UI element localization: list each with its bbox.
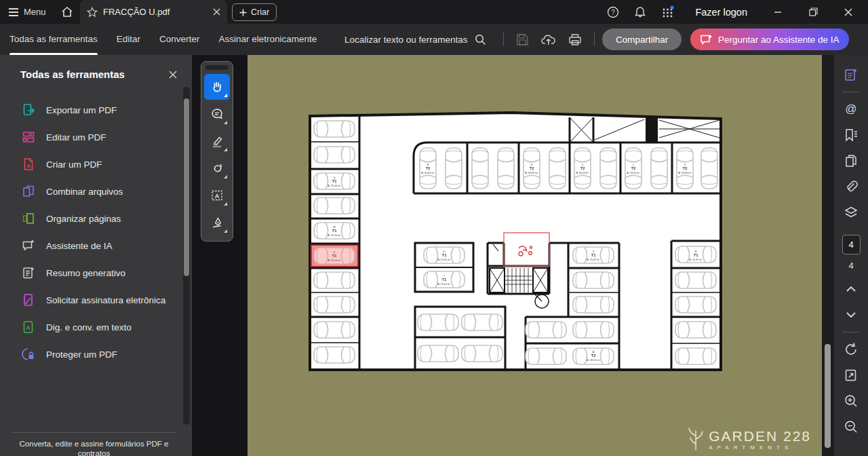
sidebar-item-export-pdf[interactable]: Exportar um PDF (0, 96, 192, 124)
floor-plan-page: ET2A: 30,44 m²KT2A: 30,85 m²CT2A: 30,24 … (309, 111, 724, 371)
close-button[interactable] (838, 8, 859, 16)
document-scrollbar[interactable] (822, 55, 834, 456)
rail-attachments-button[interactable] (840, 175, 863, 198)
sidebar-item-organize-pages[interactable]: Organizar páginas (0, 205, 192, 232)
ai-summary-icon (844, 67, 859, 82)
ramp-wall (646, 117, 658, 142)
panel-title: Todas as ferramentas (20, 69, 125, 80)
zoom-out-button[interactable] (840, 415, 863, 438)
printer-icon (568, 33, 582, 46)
create-pdf-icon: A (22, 157, 35, 171)
export-pdf-icon (22, 103, 35, 117)
rail-layers-button[interactable] (840, 201, 863, 224)
document-canvas[interactable]: ET2A: 30,44 m²KT2A: 30,85 m²CT2A: 30,24 … (248, 55, 822, 456)
sidebar-item-label: Resumo generativo (46, 268, 125, 278)
share-button[interactable]: Compartilhar (602, 28, 682, 50)
sidebar-item-label: Solicitar assinatura eletrônica (46, 295, 165, 305)
tab-close-icon[interactable] (213, 8, 220, 16)
bookmark-icon (844, 128, 859, 142)
sidebar-item-ai-assistant[interactable]: Assistente de IA (0, 232, 192, 259)
notifications-button[interactable] (634, 6, 646, 18)
panel-close-icon[interactable] (169, 71, 177, 79)
document-tab[interactable]: FRACÇÃO U.pdf (80, 0, 227, 24)
search-placeholder: Localizar texto ou ferramentas (344, 35, 468, 45)
upload-cloud-button[interactable] (541, 33, 556, 46)
rotate-icon (844, 342, 859, 357)
logo-subtitle: APARTMENTS (709, 444, 811, 451)
search-icon (475, 34, 486, 45)
help-button[interactable]: ? (607, 6, 619, 18)
sidebar-item-request-esign[interactable]: Solicitar assinatura eletrônica (0, 286, 192, 314)
login-link[interactable]: Fazer logon (695, 7, 747, 18)
hand-tool-button[interactable] (204, 74, 230, 100)
save-icon (516, 33, 529, 46)
minimize-button[interactable] (768, 8, 788, 16)
next-page-button[interactable] (840, 303, 863, 326)
sidebar-scrollbar[interactable] (183, 87, 190, 425)
tab-all-tools[interactable]: Todas as ferramentas (9, 24, 98, 55)
rail-divider (842, 92, 860, 92)
sidebar-item-generative-summary[interactable]: Resumo generativo (0, 259, 192, 286)
sidebar-divider (12, 432, 177, 433)
sidebar-item-label: Assistente de IA (46, 241, 113, 251)
layers-icon (844, 205, 859, 220)
comments-icon: @ (845, 102, 856, 116)
rail-bookmarks-button[interactable] (840, 124, 863, 147)
previous-page-button[interactable] (840, 278, 863, 301)
rail-pages-button[interactable] (840, 149, 863, 172)
toolbar-drag-handle[interactable] (205, 65, 229, 70)
sidebar-item-label: Exportar um PDF (46, 105, 117, 115)
promo-text: Converta, edite e assine formulários PDF… (9, 439, 178, 456)
rotate-page-button[interactable] (840, 338, 863, 361)
chevron-up-icon (847, 287, 855, 291)
fill-sign-tool-button[interactable] (204, 210, 230, 235)
print-button[interactable] (568, 33, 582, 46)
create-button[interactable]: Criar (232, 3, 277, 21)
garden228-logo: GARDEN 228 APARTMENTS (687, 428, 811, 451)
restore-button[interactable] (803, 7, 823, 16)
tab-title: FRACÇÃO U.pdf (103, 7, 208, 17)
app-launcher-button[interactable] (661, 5, 675, 19)
text-select-icon: A (210, 189, 224, 202)
svg-text:A: A (26, 164, 30, 168)
sidebar-item-protect-pdf[interactable]: Proteger um PDF (0, 341, 192, 368)
ask-ai-assistant-button[interactable]: Perguntar ao Assistente de IA (690, 28, 849, 50)
sidebar-item-edit-pdf[interactable]: Editar um PDF (0, 124, 192, 151)
rail-generative-summary-button[interactable] (840, 63, 863, 86)
highlight-tool-button[interactable] (204, 128, 230, 154)
star-icon[interactable] (87, 7, 98, 18)
sidebar-item-combine-files[interactable]: Combinar arquivos (0, 178, 192, 205)
toolbar-divider (594, 33, 595, 46)
search-input[interactable]: Localizar texto ou ferramentas (344, 34, 486, 45)
document-scroll-thumb[interactable] (825, 344, 831, 448)
zoom-in-button[interactable] (840, 390, 863, 413)
save-button[interactable] (516, 33, 529, 46)
sidebar-item-create-pdf[interactable]: A Criar um PDF (0, 151, 192, 178)
app-toolbar: Todas as ferramentas Editar Converter As… (0, 24, 868, 55)
sidebar-scroll-thumb[interactable] (184, 98, 189, 276)
sidebar-item-scan-ocr[interactable]: A Dig. e conv. em texto (0, 314, 192, 341)
home-button[interactable] (61, 6, 73, 18)
edit-pdf-icon (22, 130, 35, 144)
organize-pages-icon (22, 212, 35, 225)
ask-ai-label: Perguntar ao Assistente de IA (718, 35, 840, 45)
page-total: 4 (848, 261, 853, 271)
panel-gutter: A (192, 55, 248, 456)
rail-comments-button[interactable]: @ (840, 98, 863, 121)
comment-tool-button[interactable] (204, 101, 230, 127)
select-text-tool-button[interactable]: A (204, 183, 230, 208)
logo-title: GARDEN 228 (709, 429, 811, 444)
menu-button[interactable]: Menu (8, 7, 46, 17)
tab-convert[interactable]: Converter (159, 24, 199, 55)
generative-summary-icon (22, 266, 35, 280)
tab-esign[interactable]: Assinar eletronicamente (218, 24, 317, 55)
page-current: 4 (848, 240, 853, 250)
right-rail: @ 4 4 (834, 55, 868, 456)
home-icon (61, 6, 73, 18)
svg-text:A: A (215, 193, 220, 200)
draw-tool-button[interactable] (204, 155, 230, 181)
page-number-input[interactable]: 4 (842, 235, 861, 254)
zoom-in-icon (844, 394, 859, 408)
tab-edit[interactable]: Editar (117, 24, 140, 55)
fit-page-button[interactable] (840, 364, 863, 387)
